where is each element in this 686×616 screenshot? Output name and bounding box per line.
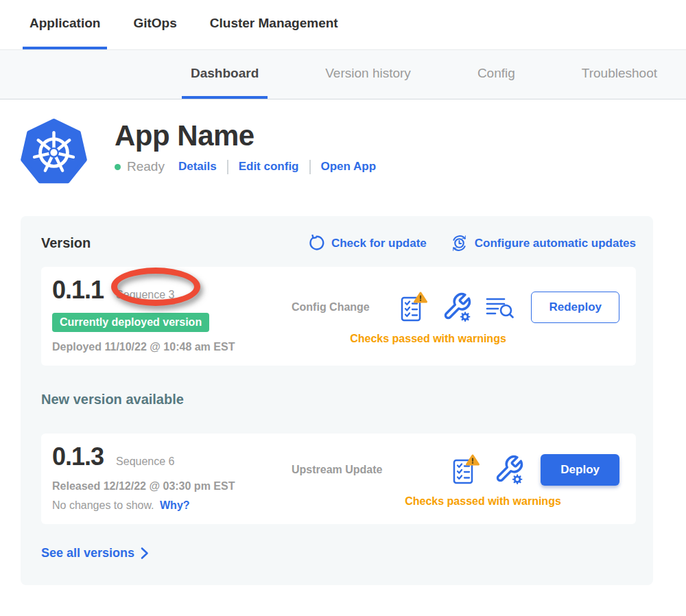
available-version-number: 0.1.3	[52, 442, 104, 471]
app-sub-nav: Dashboard Version history Config Trouble…	[0, 49, 686, 99]
divider	[309, 160, 311, 174]
preflight-checks-icon[interactable]	[399, 292, 428, 323]
configure-automatic-updates-label: Configure automatic updates	[475, 237, 636, 250]
deployed-timestamp: Deployed 11/10/22 @ 10:48 am EST	[52, 341, 285, 353]
wrench-config-icon[interactable]	[494, 454, 524, 486]
preflight-checks-icon[interactable]	[451, 454, 480, 486]
app-header: App Name Ready Details Edit config Open …	[21, 118, 686, 185]
check-for-update-button[interactable]: Check for update	[308, 235, 427, 252]
tab-config[interactable]: Config	[469, 50, 524, 99]
kubernetes-logo-icon	[21, 118, 87, 185]
app-title: App Name	[115, 121, 376, 151]
configure-automatic-updates-button[interactable]: Configure automatic updates	[450, 234, 636, 252]
clock-refresh-icon	[450, 234, 469, 252]
available-checks-status[interactable]: Checks passed with warnings	[292, 495, 619, 508]
currently-deployed-badge: Currently deployed version	[52, 313, 209, 332]
tab-cluster-management[interactable]: Cluster Management	[203, 0, 345, 49]
tab-application[interactable]: Application	[23, 0, 107, 49]
tab-gitops[interactable]: GitOps	[126, 0, 183, 49]
new-version-heading: New version available	[41, 392, 636, 407]
available-sequence-label: Sequence 6	[116, 455, 174, 468]
current-version-number: 0.1.1	[52, 276, 104, 305]
tab-version-history[interactable]: Version history	[316, 50, 420, 99]
view-files-search-icon[interactable]	[486, 295, 514, 320]
status-ready-dot	[115, 164, 121, 170]
available-version-card: 0.1.3 Sequence 6 Released 12/12/22 @ 03:…	[41, 434, 636, 524]
see-all-versions-link[interactable]: See all versions	[41, 546, 636, 560]
diff-summary-text: No changes to show.	[52, 499, 154, 511]
see-all-versions-label: See all versions	[41, 546, 134, 560]
divider	[227, 160, 228, 174]
details-link[interactable]: Details	[178, 160, 217, 174]
why-link[interactable]: Why?	[160, 499, 190, 511]
redeploy-button[interactable]: Redeploy	[531, 292, 619, 323]
current-sequence-label: Sequence 3	[116, 289, 174, 301]
status-label: Ready	[127, 159, 165, 174]
released-timestamp: Released 12/12/22 @ 03:30 pm EST	[52, 480, 285, 493]
chevron-right-icon	[141, 547, 149, 560]
wrench-config-icon[interactable]	[442, 292, 472, 323]
open-app-link[interactable]: Open App	[321, 160, 377, 174]
primary-nav: Application GitOps Cluster Management	[0, 0, 686, 49]
tab-troubleshoot[interactable]: Troubleshoot	[573, 50, 666, 99]
current-version-card: 0.1.1 Sequence 3 Currently deployed vers…	[41, 267, 636, 366]
tab-dashboard[interactable]: Dashboard	[182, 50, 268, 99]
version-panel-title: Version	[41, 235, 91, 251]
version-panel: Version Check for update Configure	[21, 216, 653, 585]
deploy-button[interactable]: Deploy	[541, 454, 619, 486]
refresh-icon	[308, 235, 325, 252]
current-checks-status[interactable]: Checks passed with warnings	[292, 333, 619, 345]
check-for-update-label: Check for update	[331, 237, 427, 250]
edit-config-link[interactable]: Edit config	[239, 160, 299, 174]
available-source-type: Upstream Update	[292, 464, 382, 476]
current-source-type: Config Change	[292, 301, 370, 313]
